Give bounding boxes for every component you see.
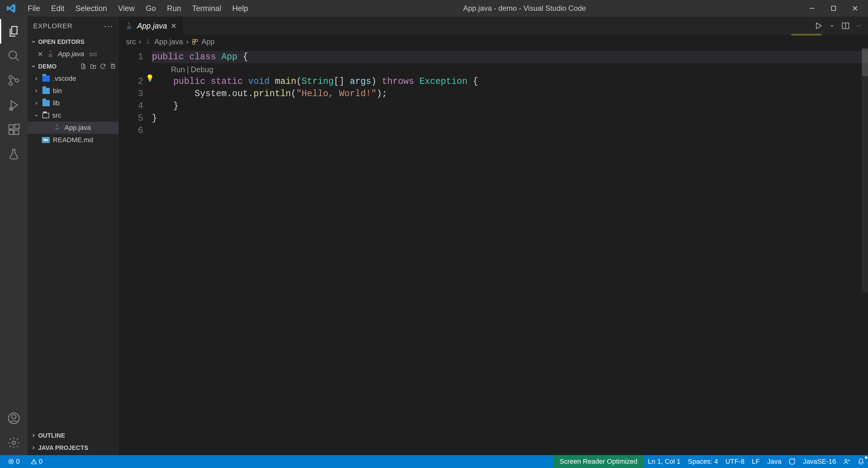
code-line[interactable]: [152, 125, 868, 137]
svg-point-2: [9, 51, 17, 59]
status-bell-icon[interactable]: [854, 455, 868, 468]
code-line[interactable]: System.out.println("Hello, World!");: [152, 88, 868, 100]
codelens-debug[interactable]: Debug: [191, 65, 213, 74]
sidebar-more-icon[interactable]: ···: [104, 21, 113, 31]
status-encoding[interactable]: UTF-8: [722, 455, 748, 468]
svg-rect-7: [9, 125, 13, 129]
outline-header[interactable]: OUTLINE: [28, 429, 119, 442]
split-editor-icon[interactable]: [841, 22, 850, 30]
code-line[interactable]: }: [152, 100, 868, 112]
line-number-gutter: 1 23456: [119, 48, 152, 455]
main-area: EXPLORER ··· OPEN EDITORS App.java src D…: [0, 16, 868, 455]
status-spaces[interactable]: Spaces: 4: [684, 455, 722, 468]
minimize-button[interactable]: [808, 4, 816, 12]
status-eol[interactable]: LF: [748, 455, 764, 468]
activity-scm-icon[interactable]: [0, 68, 28, 93]
status-warnings[interactable]: 0: [27, 455, 46, 468]
activity-explorer-icon[interactable]: [0, 19, 28, 44]
tree-folder[interactable]: bin: [28, 85, 119, 97]
tab-app-java[interactable]: App.java: [119, 16, 183, 35]
refresh-icon[interactable]: [100, 63, 106, 70]
tab-close-icon[interactable]: [170, 23, 177, 29]
activity-debug-icon[interactable]: [0, 93, 28, 117]
open-editors-header[interactable]: OPEN EDITORS: [28, 36, 119, 48]
menu-bar: File Edit Selection View Go Run Terminal…: [22, 4, 254, 13]
markdown-file-icon: M▾: [42, 137, 50, 143]
collapse-all-icon[interactable]: [110, 63, 116, 70]
menu-file[interactable]: File: [22, 4, 45, 13]
menu-run[interactable]: Run: [161, 4, 187, 13]
codelens-run[interactable]: Run: [171, 65, 185, 74]
chevron-down-icon: [34, 113, 39, 118]
open-editor-path: src: [89, 51, 97, 58]
folder-icon: [42, 75, 50, 82]
tree-item-label: App.java: [65, 124, 91, 132]
java-projects-header[interactable]: JAVA PROJECTS: [28, 442, 119, 454]
run-dropdown-icon[interactable]: [830, 23, 835, 28]
menu-view[interactable]: View: [113, 4, 140, 13]
activity-testing-icon[interactable]: [0, 142, 28, 166]
tree-file[interactable]: App.java: [28, 122, 119, 134]
code-editor[interactable]: 1 23456 💡 public class App {Run|Debug pu…: [119, 48, 868, 455]
code-content[interactable]: 💡 public class App {Run|Debug public sta…: [152, 48, 868, 455]
status-jdk[interactable]: JavaSE-16: [799, 455, 840, 468]
tree-folder[interactable]: .vscode: [28, 72, 119, 85]
tree-folder[interactable]: src: [28, 109, 119, 122]
breadcrumb-symbol-label: App: [201, 37, 215, 46]
minimap-scrollbar[interactable]: [862, 48, 868, 292]
status-screen-reader[interactable]: Screen Reader Optimized: [553, 455, 644, 468]
workspace-header[interactable]: DEMO: [28, 60, 119, 72]
chevron-right-icon: [34, 89, 39, 93]
highlight-marker: [791, 34, 822, 36]
window-title: App.java - demo - Visual Studio Code: [457, 4, 592, 12]
menu-help[interactable]: Help: [227, 4, 254, 13]
tree-file[interactable]: M▾README.md: [28, 134, 119, 146]
tree-item-label: README.md: [53, 136, 93, 144]
folder-icon: [42, 100, 50, 106]
activity-settings-icon[interactable]: [0, 431, 28, 455]
tree-folder[interactable]: lib: [28, 97, 119, 109]
window-controls: [808, 4, 859, 12]
menu-selection[interactable]: Selection: [70, 4, 113, 13]
tree-item-label: lib: [53, 99, 60, 107]
breadcrumb-src[interactable]: src: [126, 37, 136, 46]
svg-rect-10: [15, 124, 19, 129]
svg-point-13: [12, 441, 16, 445]
breadcrumb-file[interactable]: App.java: [145, 37, 183, 46]
status-feedback-icon[interactable]: [785, 455, 799, 468]
explorer-sidebar: EXPLORER ··· OPEN EDITORS App.java src D…: [28, 16, 119, 455]
open-editor-item[interactable]: App.java src: [28, 48, 119, 60]
status-live-share-icon[interactable]: [840, 455, 854, 468]
breadcrumb-symbol[interactable]: App: [191, 37, 215, 46]
code-line[interactable]: public static void main(String[] args) t…: [152, 75, 868, 88]
run-button-icon[interactable]: [814, 22, 823, 30]
code-line[interactable]: }: [152, 112, 868, 125]
code-line[interactable]: public class App {: [152, 51, 868, 63]
chevron-down-icon: [30, 64, 37, 69]
chevron-right-icon: [34, 76, 39, 81]
close-button[interactable]: [851, 4, 859, 12]
menu-go[interactable]: Go: [140, 4, 161, 13]
maximize-button[interactable]: [829, 4, 838, 12]
new-folder-icon[interactable]: [90, 63, 96, 70]
menu-terminal[interactable]: Terminal: [187, 4, 226, 13]
activity-account-icon[interactable]: [0, 406, 28, 431]
tab-bar: App.java ···: [119, 16, 868, 35]
file-tree: .vscodebinlibsrcApp.javaM▾README.md: [28, 72, 119, 146]
activity-search-icon[interactable]: [0, 44, 28, 68]
editor-more-icon[interactable]: ···: [857, 23, 861, 29]
status-line-col[interactable]: Ln 1, Col 1: [644, 455, 684, 468]
lightbulb-icon[interactable]: 💡: [146, 74, 154, 82]
new-file-icon[interactable]: [80, 63, 87, 70]
status-warnings-count: 0: [39, 458, 42, 466]
svg-point-12: [12, 414, 16, 419]
status-errors[interactable]: 0: [4, 455, 23, 468]
breadcrumb: src › App.java › App: [119, 35, 868, 48]
menu-edit[interactable]: Edit: [45, 4, 70, 13]
line-number: 3: [119, 88, 143, 100]
close-icon[interactable]: [37, 51, 43, 57]
title-bar: File Edit Selection View Go Run Terminal…: [0, 0, 868, 16]
activity-extensions-icon[interactable]: [0, 117, 28, 142]
status-language[interactable]: Java: [764, 455, 785, 468]
svg-rect-17: [195, 39, 198, 41]
